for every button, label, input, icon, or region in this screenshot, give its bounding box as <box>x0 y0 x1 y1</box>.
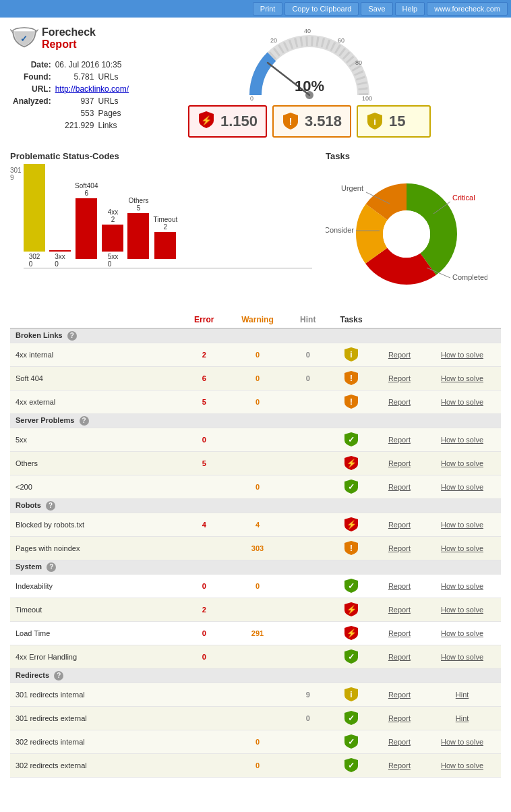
report-link[interactable]: Report <box>388 629 411 637</box>
gauge-percent: 10% <box>295 78 324 95</box>
report-link[interactable]: Report <box>388 521 411 529</box>
table-row: 301 redirects external 0 ✓ Report Hint <box>10 707 501 730</box>
solve-link[interactable]: How to solve <box>441 629 483 637</box>
copy-clipboard-button[interactable]: Copy to Clipboard <box>284 2 359 16</box>
website-button[interactable]: www.forecheck.com <box>427 2 508 16</box>
section-help-icon[interactable]: ? <box>47 562 56 572</box>
svg-point-17 <box>383 210 430 258</box>
report-link[interactable]: Report <box>388 653 411 661</box>
print-button[interactable]: Print <box>253 2 283 16</box>
row-hint: 9 <box>289 683 327 707</box>
svg-text:Critical: Critical <box>452 194 475 202</box>
row-hint <box>289 645 327 669</box>
report-link[interactable]: Report <box>388 374 411 382</box>
bar-soft404: Soft4046 x <box>75 182 98 268</box>
error-badge-icon: ⚡ <box>198 111 215 132</box>
bar-302: 3xx0 <box>49 250 71 268</box>
table-row: 4xx internal 2 0 0 i Report How to solve <box>10 343 501 367</box>
report-link[interactable]: Report <box>388 483 411 491</box>
solve-link[interactable]: How to solve <box>441 436 483 444</box>
row-hint <box>289 475 327 499</box>
logo-text: Forecheck Report <box>42 26 118 51</box>
table-row: Load Time 0 291 ⚡ Report How to solve <box>10 622 501 645</box>
solve-link[interactable]: How to solve <box>441 544 483 552</box>
tasks-panel: Tasks Urgent <box>326 151 501 301</box>
row-warning: 291 <box>227 622 289 645</box>
row-report-cell: Report <box>375 683 423 707</box>
bar-others-rect <box>127 213 149 259</box>
report-link[interactable]: Report <box>388 761 411 770</box>
report-link[interactable]: Report <box>388 606 411 614</box>
report-link[interactable]: Report <box>388 714 411 722</box>
help-button[interactable]: Help <box>395 2 425 16</box>
meta-info: Date: 06. Jul 2016 10:35 Found: 5.781 UR… <box>10 58 131 132</box>
row-error: 0 <box>182 645 227 669</box>
bar-4xx-top: 4xx2 <box>108 208 119 223</box>
report-table: Error Warning Hint Tasks Broken Links ? … <box>10 312 501 778</box>
row-hint <box>289 598 327 622</box>
solve-link[interactable]: How to solve <box>441 761 483 770</box>
section-help-icon[interactable]: ? <box>54 671 63 680</box>
row-report-cell: Report <box>375 707 423 730</box>
save-button[interactable]: Save <box>361 2 392 16</box>
row-name: Pages with noindex <box>10 537 182 560</box>
bar-timeout-rect <box>154 232 176 259</box>
row-solve-cell: How to solve <box>423 390 501 414</box>
row-name: Timeout <box>10 598 182 622</box>
donut-svg: Urgent Critical Consider Completed <box>326 167 487 298</box>
svg-text:⚡: ⚡ <box>347 604 357 614</box>
bar-4xx-rect <box>102 225 123 252</box>
report-link[interactable]: Report <box>388 351 411 359</box>
row-name: 301 redirects internal <box>10 683 182 707</box>
col-name <box>10 312 182 328</box>
solve-link[interactable]: How to solve <box>441 459 483 467</box>
table-row: <200 0 ✓ Report How to solve <box>10 475 501 499</box>
report-link[interactable]: Report <box>388 691 411 699</box>
row-solve-cell: How to solve <box>423 575 501 598</box>
row-shield: ✓ <box>327 707 375 730</box>
row-hint: 0 <box>289 343 327 367</box>
svg-text:⚡: ⚡ <box>347 628 357 638</box>
analyzed-label: Analyzed: <box>11 96 53 107</box>
solve-link[interactable]: Hint <box>456 691 469 699</box>
svg-text:!: ! <box>350 397 353 407</box>
row-report-cell: Report <box>375 537 423 560</box>
section-help-icon[interactable]: ? <box>80 416 89 426</box>
section-label: Server Problems <box>16 416 74 424</box>
row-warning: 0 <box>227 475 289 499</box>
svg-text:✓: ✓ <box>348 714 355 723</box>
table-row: 5xx 0 ✓ Report How to solve <box>10 428 501 452</box>
solve-link[interactable]: Hint <box>456 714 469 722</box>
row-solve-cell: Hint <box>423 707 501 730</box>
col-hint: Hint <box>289 312 327 328</box>
report-link[interactable]: Report <box>388 459 411 467</box>
solve-link[interactable]: How to solve <box>441 351 483 359</box>
solve-link[interactable]: How to solve <box>441 738 483 746</box>
solve-link[interactable]: How to solve <box>441 582 483 590</box>
table-row: Others 5 ⚡ Report How to solve <box>10 452 501 475</box>
row-shield: ✓ <box>327 645 375 669</box>
solve-link[interactable]: How to solve <box>441 521 483 529</box>
report-link[interactable]: Report <box>388 436 411 444</box>
solve-link[interactable]: How to solve <box>441 398 483 406</box>
svg-text:⚡: ⚡ <box>201 115 212 126</box>
row-hint <box>289 622 327 645</box>
report-link[interactable]: Report <box>388 544 411 552</box>
solve-link[interactable]: How to solve <box>441 653 483 661</box>
row-shield: ! <box>327 537 375 560</box>
report-link[interactable]: Report <box>388 738 411 746</box>
row-name: 302 redirects internal <box>10 730 182 754</box>
solve-link[interactable]: How to solve <box>441 606 483 614</box>
solve-link[interactable]: How to solve <box>441 483 483 491</box>
row-report-cell: Report <box>375 428 423 452</box>
svg-text:!: ! <box>350 374 353 383</box>
row-shield: i <box>327 683 375 707</box>
solve-link[interactable]: How to solve <box>441 374 483 382</box>
error-badge-value: 1.150 <box>220 113 258 130</box>
row-name: 4xx external <box>10 390 182 414</box>
section-help-icon[interactable]: ? <box>67 331 77 341</box>
section-help-icon[interactable]: ? <box>46 501 55 511</box>
report-link[interactable]: Report <box>388 398 411 406</box>
col-tasks: Tasks <box>327 312 375 328</box>
report-link[interactable]: Report <box>388 582 411 590</box>
